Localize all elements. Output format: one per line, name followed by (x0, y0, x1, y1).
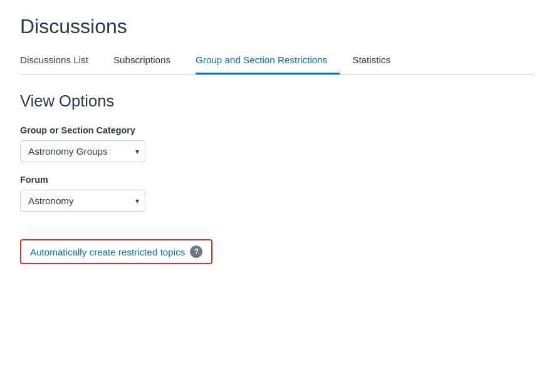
page-title: Discussions (20, 15, 534, 38)
group-section-category-select[interactable]: Astronomy Groups Section Groups All Sect… (20, 140, 145, 162)
group-section-category-wrapper: Astronomy Groups Section Groups All Sect… (20, 140, 145, 162)
group-section-category-label: Group or Section Category (20, 125, 534, 135)
tabs-nav: Discussions List Subscriptions Group and… (20, 48, 534, 75)
tab-discussions-list[interactable]: Discussions List (20, 48, 101, 75)
forum-label: Forum (20, 175, 534, 185)
tab-group-section-restrictions[interactable]: Group and Section Restrictions (196, 48, 340, 75)
group-section-category-group: Group or Section Category Astronomy Grou… (20, 125, 534, 162)
forum-group: Forum Astronomy General Science ▾ (20, 175, 534, 212)
view-options-title: View Options (20, 92, 534, 110)
forum-select[interactable]: Astronomy General Science (20, 190, 145, 212)
forum-select-wrapper: Astronomy General Science ▾ (20, 190, 145, 212)
restricted-topics-container: Automatically create restricted topics ? (20, 239, 212, 264)
help-icon[interactable]: ? (190, 245, 202, 258)
tab-statistics[interactable]: Statistics (352, 48, 403, 75)
tab-subscriptions[interactable]: Subscriptions (113, 48, 183, 75)
page-container: Discussions Discussions List Subscriptio… (0, 0, 554, 279)
restricted-topics-link[interactable]: Automatically create restricted topics (30, 247, 185, 257)
